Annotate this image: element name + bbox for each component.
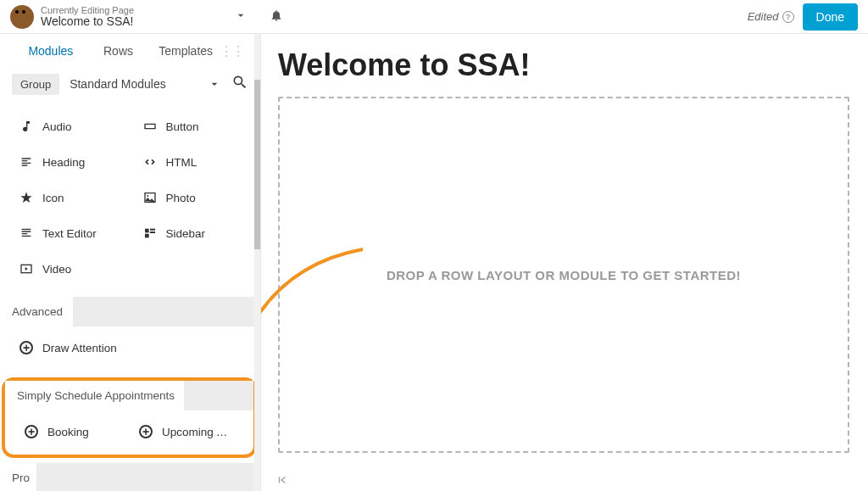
section-ssa[interactable]: Simply Schedule Appointments <box>5 381 253 410</box>
topbar-left: Currently Editing Page Welcome to SSA! <box>10 5 290 29</box>
module-group-select[interactable]: Standard Modules <box>66 73 225 95</box>
plus-circle-icon: + <box>138 424 153 439</box>
search-icon <box>231 74 248 91</box>
module-upcoming-appointments[interactable]: + Upcoming A… <box>126 414 247 449</box>
svg-rect-1 <box>145 229 149 233</box>
module-heading[interactable]: Heading <box>7 144 131 180</box>
canvas-area: Welcome to SSA! DROP A ROW LAYOUT OR MOD… <box>261 34 868 491</box>
canvas-page-title: Welcome to SSA! <box>278 47 849 83</box>
module-button[interactable]: Button <box>131 109 254 144</box>
module-group-selected: Standard Modules <box>70 77 166 91</box>
text-editor-icon <box>19 226 34 241</box>
star-icon <box>19 190 34 205</box>
button-icon <box>142 119 158 134</box>
svg-rect-3 <box>150 232 155 233</box>
top-bar: Currently Editing Page Welcome to SSA! E… <box>0 0 868 34</box>
svg-point-0 <box>147 195 148 197</box>
svg-rect-4 <box>145 234 149 238</box>
svg-rect-2 <box>150 229 155 231</box>
drop-zone[interactable]: DROP A ROW LAYOUT OR MODULE TO GET START… <box>278 97 849 453</box>
main-area: Modules Rows Templates ⋮⋮ Group Standard… <box>0 34 868 491</box>
title-dropdown-chevron[interactable] <box>234 8 248 25</box>
code-icon <box>142 154 158 170</box>
sidebar-tabs: Modules Rows Templates ⋮⋮ <box>0 34 260 68</box>
drag-handle-icon[interactable]: ⋮⋮ <box>220 43 243 59</box>
section-advanced[interactable]: Advanced <box>0 297 260 326</box>
chevron-down-icon <box>234 8 248 22</box>
edited-status: Edited ? <box>748 10 794 23</box>
sidebar-icon <box>142 226 158 241</box>
plus-circle-icon: + <box>24 424 39 439</box>
tab-templates[interactable]: Templates <box>152 34 220 68</box>
sidebar-panel: Modules Rows Templates ⋮⋮ Group Standard… <box>0 34 261 491</box>
done-button[interactable]: Done <box>803 3 858 31</box>
scrollbar-thumb[interactable] <box>254 80 260 249</box>
collapse-handle[interactable] <box>276 474 288 486</box>
photo-icon <box>142 190 158 205</box>
heading-icon <box>19 154 34 170</box>
module-booking[interactable]: + Booking <box>12 414 126 449</box>
module-photo[interactable]: Photo <box>131 180 254 215</box>
highlight-annotation: Simply Schedule Appointments + Booking +… <box>2 377 257 458</box>
module-audio[interactable]: Audio <box>7 109 131 144</box>
notifications-button[interactable] <box>263 5 290 29</box>
help-icon[interactable]: ? <box>782 11 794 23</box>
module-sidebar[interactable]: Sidebar <box>131 215 254 251</box>
module-video[interactable]: Video <box>7 251 131 287</box>
filter-row: Group Standard Modules <box>0 68 260 105</box>
bell-icon <box>270 8 283 22</box>
module-draw-attention[interactable]: + Draw Attention <box>7 330 131 365</box>
page-title: Welcome to SSA! <box>41 15 134 28</box>
chevron-first-icon <box>276 474 288 486</box>
module-text-editor[interactable]: Text Editor <box>7 215 131 251</box>
standard-modules-grid: Audio Button Heading HTML Icon Photo <box>0 105 260 297</box>
chevron-down-icon <box>208 77 221 91</box>
advanced-modules-grid: + Draw Attention <box>0 326 260 376</box>
drop-instruction: DROP A ROW LAYOUT OR MODULE TO GET START… <box>387 268 741 282</box>
module-html[interactable]: HTML <box>131 144 254 180</box>
beaver-logo <box>10 5 34 29</box>
group-label: Group <box>12 74 59 95</box>
tab-rows[interactable]: Rows <box>85 34 153 68</box>
plus-circle-icon: + <box>19 340 34 355</box>
section-pro[interactable]: Pro <box>0 463 260 491</box>
title-block[interactable]: Currently Editing Page Welcome to SSA! <box>41 5 134 28</box>
topbar-right: Edited ? Done <box>748 3 858 31</box>
video-icon <box>19 261 34 276</box>
music-note-icon <box>19 119 34 134</box>
ssa-modules-grid: + Booking + Upcoming A… <box>5 410 253 449</box>
tab-modules[interactable]: Modules <box>17 34 85 68</box>
search-button[interactable] <box>231 74 248 94</box>
module-icon[interactable]: Icon <box>7 180 131 215</box>
